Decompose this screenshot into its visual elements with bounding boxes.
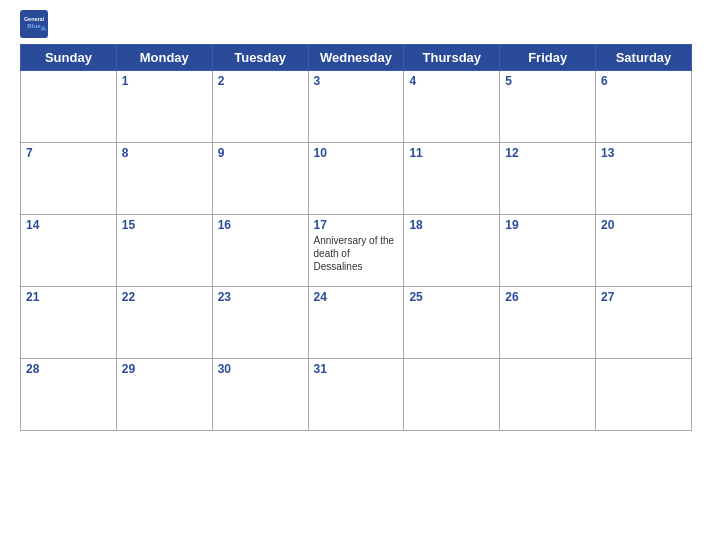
calendar-cell: 30: [212, 359, 308, 431]
svg-text:General: General: [24, 16, 45, 22]
calendar-cell: 22: [116, 287, 212, 359]
calendar-cell: 31: [308, 359, 404, 431]
calendar-week-1: 123456: [21, 71, 692, 143]
day-number: 23: [218, 290, 303, 304]
calendar-cell: 27: [596, 287, 692, 359]
calendar-cell: 7: [21, 143, 117, 215]
calendar-week-5: 28293031: [21, 359, 692, 431]
day-number: 15: [122, 218, 207, 232]
day-number: 7: [26, 146, 111, 160]
day-number: 1: [122, 74, 207, 88]
calendar-cell: 10: [308, 143, 404, 215]
weekday-header-friday: Friday: [500, 45, 596, 71]
day-number: 16: [218, 218, 303, 232]
day-number: 22: [122, 290, 207, 304]
calendar-cell: 28: [21, 359, 117, 431]
day-number: 29: [122, 362, 207, 376]
calendar-cell: 29: [116, 359, 212, 431]
weekday-header-wednesday: Wednesday: [308, 45, 404, 71]
calendar-cell: 14: [21, 215, 117, 287]
calendar-cell: 6: [596, 71, 692, 143]
calendar-cell: 18: [404, 215, 500, 287]
calendar-cell: 16: [212, 215, 308, 287]
day-number: 28: [26, 362, 111, 376]
calendar-cell: 13: [596, 143, 692, 215]
day-number: 31: [314, 362, 399, 376]
calendar-cell: 3: [308, 71, 404, 143]
calendar-cell: [21, 71, 117, 143]
event-label: Anniversary of the death of Dessalines: [314, 234, 399, 273]
day-number: 5: [505, 74, 590, 88]
calendar-cell: 12: [500, 143, 596, 215]
calendar-cell: 15: [116, 215, 212, 287]
day-number: 26: [505, 290, 590, 304]
calendar-header: General Blue: [20, 10, 692, 38]
svg-text:Blue: Blue: [27, 22, 41, 29]
calendar-cell: 21: [21, 287, 117, 359]
day-number: 11: [409, 146, 494, 160]
day-number: 18: [409, 218, 494, 232]
day-number: 3: [314, 74, 399, 88]
calendar-cell: 25: [404, 287, 500, 359]
weekday-header-row: SundayMondayTuesdayWednesdayThursdayFrid…: [21, 45, 692, 71]
calendar-cell: 5: [500, 71, 596, 143]
day-number: 30: [218, 362, 303, 376]
day-number: 25: [409, 290, 494, 304]
day-number: 2: [218, 74, 303, 88]
calendar-cell: 9: [212, 143, 308, 215]
calendar-cell: 26: [500, 287, 596, 359]
logo: General Blue: [20, 10, 48, 38]
calendar-cell: [404, 359, 500, 431]
day-number: 21: [26, 290, 111, 304]
calendar-body: 1234567891011121314151617Anniversary of …: [21, 71, 692, 431]
calendar-cell: 19: [500, 215, 596, 287]
day-number: 19: [505, 218, 590, 232]
calendar-week-4: 21222324252627: [21, 287, 692, 359]
day-number: 9: [218, 146, 303, 160]
day-number: 6: [601, 74, 686, 88]
logo-icon: General Blue: [20, 10, 48, 38]
day-number: 17: [314, 218, 399, 232]
calendar-cell: 17Anniversary of the death of Dessalines: [308, 215, 404, 287]
day-number: 8: [122, 146, 207, 160]
calendar-week-3: 14151617Anniversary of the death of Dess…: [21, 215, 692, 287]
weekday-header-thursday: Thursday: [404, 45, 500, 71]
calendar-cell: 24: [308, 287, 404, 359]
day-number: 14: [26, 218, 111, 232]
weekday-header-monday: Monday: [116, 45, 212, 71]
calendar-cell: [596, 359, 692, 431]
weekday-header-tuesday: Tuesday: [212, 45, 308, 71]
day-number: 10: [314, 146, 399, 160]
weekday-header-saturday: Saturday: [596, 45, 692, 71]
calendar-cell: 23: [212, 287, 308, 359]
day-number: 4: [409, 74, 494, 88]
calendar-table: SundayMondayTuesdayWednesdayThursdayFrid…: [20, 44, 692, 431]
calendar-week-2: 78910111213: [21, 143, 692, 215]
day-number: 24: [314, 290, 399, 304]
calendar-cell: [500, 359, 596, 431]
weekday-header-sunday: Sunday: [21, 45, 117, 71]
day-number: 20: [601, 218, 686, 232]
day-number: 12: [505, 146, 590, 160]
calendar-cell: 4: [404, 71, 500, 143]
day-number: 27: [601, 290, 686, 304]
calendar-cell: 2: [212, 71, 308, 143]
calendar-cell: 8: [116, 143, 212, 215]
calendar-cell: 1: [116, 71, 212, 143]
calendar-cell: 11: [404, 143, 500, 215]
calendar-cell: 20: [596, 215, 692, 287]
day-number: 13: [601, 146, 686, 160]
